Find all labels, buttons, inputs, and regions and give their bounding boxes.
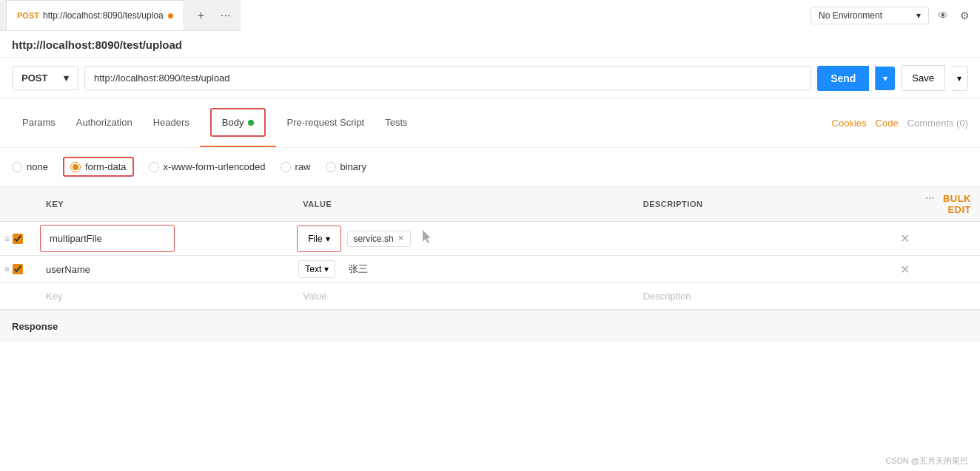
more-tabs-button[interactable]: ··· — [216, 6, 235, 25]
row2-checkbox[interactable] — [13, 264, 23, 274]
save-dropdown-button[interactable]: ▾ — [951, 66, 968, 91]
tab-pre-request[interactable]: Pre-request Script — [276, 108, 375, 138]
row1-type-label: File — [308, 234, 322, 244]
none-radio[interactable]: none — [12, 161, 48, 172]
response-section: Response — [0, 310, 980, 342]
row2-value-cell: Text ▾ — [294, 256, 634, 283]
row1-desc-cell — [634, 222, 891, 256]
row2-desc-input[interactable] — [634, 257, 891, 282]
raw-label: raw — [295, 161, 311, 172]
row1-key-input[interactable] — [41, 226, 174, 251]
placeholder-value: Value — [294, 283, 634, 309]
tab-url: http://localhost:8090/test/uploa — [43, 10, 164, 21]
urlencoded-radio[interactable]: x-www-form-urlencoded — [149, 161, 266, 172]
tab-body[interactable]: Body — [200, 99, 277, 147]
environment-label: No Environment — [819, 10, 882, 21]
tab-params[interactable]: Params — [12, 108, 66, 138]
more-options-button[interactable]: ··· — [925, 192, 935, 204]
col-value-header: VALUE — [294, 186, 634, 222]
table-row-empty: Key Value Description — [0, 283, 980, 310]
cookies-link[interactable]: Cookies — [832, 118, 867, 129]
drag-handle-icon[interactable]: ≡ — [4, 234, 10, 244]
empty-remove-cell — [891, 283, 980, 310]
row1-actions: ≡ — [0, 222, 37, 256]
binary-radio-circle — [326, 162, 336, 172]
raw-radio[interactable]: raw — [281, 161, 311, 172]
params-table: KEY VALUE DESCRIPTION ··· Bulk Edit ≡ — [0, 186, 980, 310]
row1-remove-button[interactable]: ✕ — [891, 226, 919, 251]
tab-method: POST — [17, 11, 39, 20]
url-input[interactable] — [84, 66, 811, 90]
row1-file-type-button[interactable]: File ▾ — [302, 231, 335, 247]
bulk-edit-header: ··· Bulk Edit — [891, 186, 980, 222]
save-button[interactable]: Save — [901, 65, 945, 91]
chevron-down-icon: ▾ — [916, 10, 921, 21]
empty-actions — [0, 283, 37, 310]
row1-checkbox[interactable] — [13, 234, 23, 244]
row2-desc-cell — [634, 256, 891, 283]
row2-remove-cell: ✕ — [891, 256, 980, 283]
empty-key-cell: Key — [37, 283, 294, 310]
tab-tests[interactable]: Tests — [375, 108, 417, 138]
row2-key-input[interactable] — [37, 257, 294, 282]
binary-label: binary — [340, 161, 366, 172]
table-row: ≡ File ▾ servic — [0, 222, 980, 256]
tab-unsaved-dot — [168, 13, 173, 18]
body-options: none form-data x-www-form-urlencoded raw… — [0, 148, 980, 186]
col-actions-header — [0, 186, 37, 222]
drag-handle-icon[interactable]: ≡ — [4, 264, 10, 274]
none-radio-circle — [12, 162, 22, 172]
row1-value-cell: File ▾ service.sh ✕ — [294, 222, 634, 256]
settings-icon[interactable]: ⚙ — [957, 7, 973, 24]
placeholder-key: Key — [37, 283, 294, 309]
raw-radio-circle — [281, 162, 291, 172]
method-label: POST — [21, 72, 47, 84]
body-active-dot — [248, 120, 254, 126]
binary-radio[interactable]: binary — [326, 161, 366, 172]
row1-filename: service.sh — [354, 234, 394, 244]
tab-authorization[interactable]: Authorization — [66, 108, 143, 138]
add-tab-button[interactable]: + — [193, 6, 209, 25]
row2-value-input[interactable] — [340, 257, 634, 282]
form-data-radio-inner — [73, 164, 78, 170]
code-link[interactable]: Code — [876, 118, 899, 129]
url-title: http://localhost:8090/test/upload — [12, 38, 182, 51]
tab-headers[interactable]: Headers — [143, 108, 200, 138]
send-dropdown-button[interactable]: ▾ — [875, 67, 895, 90]
col-key-header: KEY — [37, 186, 294, 222]
row2-actions: ≡ — [0, 256, 37, 283]
send-button[interactable]: Send — [817, 66, 869, 91]
method-chevron-icon: ▾ — [64, 72, 69, 84]
tabs-nav: Params Authorization Headers Body Pre-re… — [0, 99, 980, 148]
method-select[interactable]: POST ▾ — [12, 66, 78, 90]
form-data-option-border: form-data — [63, 157, 134, 177]
table-row: ≡ Text ▾ ✕ — [0, 256, 980, 283]
row2-type-chevron-icon: ▾ — [324, 264, 329, 274]
row2-text-type-button[interactable]: Text ▾ — [298, 260, 335, 278]
eye-icon[interactable]: 👁 — [935, 7, 951, 24]
row1-key-cell — [37, 222, 294, 256]
row2-remove-button[interactable]: ✕ — [891, 257, 919, 282]
active-tab[interactable]: POST http://localhost:8090/test/uploa — [6, 0, 184, 30]
row2-key-cell — [37, 256, 294, 283]
row1-file-tag: service.sh ✕ — [347, 231, 411, 247]
row2-type-label: Text — [305, 264, 321, 274]
form-data-radio[interactable]: form-data — [70, 161, 127, 172]
row1-remove-cell: ✕ — [891, 222, 980, 256]
row1-desc-input[interactable] — [634, 226, 891, 251]
urlencoded-label: x-www-form-urlencoded — [164, 161, 266, 172]
cursor-indicator — [420, 228, 434, 248]
request-bar: POST ▾ Send ▾ Save ▾ — [0, 58, 980, 99]
none-label: none — [27, 161, 48, 172]
col-description-header: DESCRIPTION — [634, 186, 891, 222]
empty-value-cell: Value — [294, 283, 634, 310]
row1-file-remove-icon[interactable]: ✕ — [397, 234, 404, 243]
bulk-edit-button[interactable]: Bulk Edit — [943, 193, 971, 215]
environment-select[interactable]: No Environment ▾ — [810, 7, 929, 24]
placeholder-desc: Description — [634, 283, 891, 309]
row1-type-chevron-icon: ▾ — [326, 234, 330, 244]
comments-link[interactable]: Comments (0) — [907, 118, 968, 129]
form-data-radio-circle — [70, 162, 81, 172]
form-data-label: form-data — [85, 161, 127, 172]
urlencoded-radio-circle — [149, 162, 159, 172]
